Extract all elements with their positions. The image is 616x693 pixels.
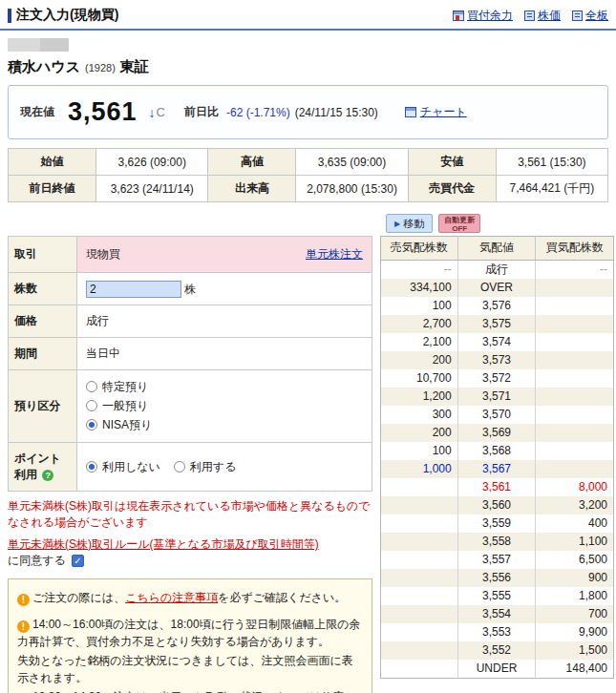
auto-update-toggle-button[interactable]: 自動更新 OFF	[438, 214, 480, 233]
move-button[interactable]: ▶移動	[386, 214, 433, 233]
board-sell-qty-cell: 200	[381, 351, 458, 369]
board-price-cell[interactable]: 3,575	[457, 315, 536, 333]
order-book-row: 1,0003,567	[381, 460, 614, 478]
board-buy-qty-cell: 400	[536, 514, 614, 533]
auto-update-state: OFF	[452, 224, 467, 233]
radio-icon-nisa-selected[interactable]	[86, 419, 97, 430]
order-book-row: 1003,568	[381, 442, 614, 460]
deposit-option-nisa[interactable]: NISA預り	[86, 417, 363, 433]
down-arrow-icon: ↓	[149, 105, 156, 120]
board-price-cell[interactable]: 3,574	[457, 333, 536, 351]
agreement-line: 単元未満株(S株)取引ルール(基準となる市場及び取引時間等)に同意する ✓	[8, 536, 372, 570]
board-buy-qty-cell	[536, 406, 614, 424]
full-board-link[interactable]: 全板	[585, 8, 608, 24]
point-label-line2: 利用	[14, 468, 37, 481]
buying-power-link[interactable]: 買付余力	[467, 8, 513, 24]
main-columns: 取引 現物買 単元株注文 株数 株 価格 成行	[8, 214, 616, 693]
order-book-table: 売気配株数 気配値 買気配株数 --成行--334,100OVER1003,57…	[380, 236, 614, 679]
deposit-type-label: 預り区分	[9, 370, 77, 443]
deposit-option-ippan[interactable]: 一般預り	[86, 398, 363, 414]
change-label: 前日比	[184, 104, 219, 120]
redacted-account-info	[8, 38, 616, 52]
board-price-cell[interactable]: 3,573	[457, 351, 536, 369]
deposit-option-tokutei[interactable]: 特定預り	[86, 379, 363, 395]
board-sell-qty-cell	[381, 533, 458, 551]
change-value: -62 (-1.71%)	[226, 106, 290, 119]
board-price-cell[interactable]: 3,553	[457, 623, 536, 641]
quantity-unit: 株	[184, 283, 196, 296]
board-price-cell[interactable]: 3,554	[457, 605, 536, 623]
prev-close-value: 3,623 (24/11/14)	[96, 176, 208, 202]
move-button-label: 移動	[403, 217, 424, 231]
board-price-cell[interactable]: 3,557	[457, 551, 536, 569]
quote-timestamp: (24/11/15 15:30)	[295, 106, 378, 119]
radio-icon-point-yes[interactable]	[174, 461, 185, 472]
sell-qty-header: 売気配株数	[381, 237, 458, 261]
board-price-cell[interactable]: 3,571	[457, 388, 536, 406]
buying-power-link-group: 買付余力	[453, 8, 513, 24]
order-book-row: 10,7003,572	[381, 369, 614, 388]
radio-icon-ippan[interactable]	[86, 400, 97, 411]
board-buy-qty-cell: 900	[536, 569, 614, 587]
board-price-cell[interactable]: OVER	[457, 279, 536, 297]
quantity-input[interactable]	[86, 281, 181, 298]
current-price-value: 3,561	[68, 97, 138, 127]
odd-lot-order-link[interactable]: 単元株注文	[306, 246, 363, 262]
board-price-cell[interactable]: 3,568	[457, 442, 536, 460]
board-price-cell[interactable]: 3,561	[457, 478, 536, 496]
board-price-cell[interactable]: 3,559	[457, 514, 536, 533]
board-price-cell[interactable]: 3,567	[457, 460, 536, 478]
board-price-cell[interactable]: 3,569	[457, 424, 536, 442]
point-option-no[interactable]: 利用しない	[86, 459, 160, 475]
full-board-link-group: 全板	[572, 8, 608, 24]
quote-price-header: 気配値	[457, 237, 536, 261]
order-book-row: 3,5551,800	[381, 587, 614, 605]
price-type-value: 成行	[77, 305, 372, 338]
trading-rule-link[interactable]: 単元未満株(S株)取引ルール(基準となる市場及び取引時間等)	[8, 536, 319, 553]
board-buy-qty-cell	[536, 369, 614, 388]
board-price-cell[interactable]: 3,560	[457, 496, 536, 514]
deposit-option-label: 特定預り	[102, 380, 148, 393]
order-book-column: ▶移動 自動更新 OFF 売気配株数 気配値 買気配株数 --成行--334,1…	[380, 214, 614, 679]
board-price-cell[interactable]: 成行	[457, 261, 536, 280]
caution-link[interactable]: こちらの注意事項	[125, 591, 218, 604]
chart-link[interactable]: チャート	[420, 104, 467, 120]
board-price-cell[interactable]: 3,558	[457, 533, 536, 551]
board-sell-qty-cell: 200	[381, 424, 458, 442]
board-price-cell[interactable]: 3,552	[457, 641, 536, 660]
point-option-yes[interactable]: 利用する	[174, 459, 237, 475]
quote-box: 現在値 3,561 ↓ C 前日比 -62 (-1.71%) (24/11/15…	[8, 85, 608, 139]
radio-icon-tokutei[interactable]	[86, 381, 97, 392]
point-use-row: ポイント 利用 ? 利用しない 利用する	[9, 443, 372, 492]
board-price-cell[interactable]: 3,572	[457, 369, 536, 388]
board-sell-qty-cell: 100	[381, 297, 458, 315]
board-price-cell[interactable]: 3,576	[457, 297, 536, 315]
period-row: 期間 当日中	[9, 338, 372, 370]
order-book-row: 1,2003,571	[381, 388, 614, 406]
radio-icon-point-no-selected[interactable]	[86, 461, 97, 472]
board-price-cell[interactable]: 3,555	[457, 587, 536, 605]
board-sell-qty-cell: 100	[381, 442, 458, 460]
high-value: 3,635 (09:00)	[296, 149, 408, 176]
board-price-cell[interactable]: UNDER	[457, 660, 536, 679]
title-accent-bar	[8, 9, 11, 23]
board-sell-qty-cell: 1,000	[381, 460, 458, 478]
board-price-cell[interactable]: 3,556	[457, 569, 536, 587]
order-form-column: 取引 現物買 単元株注文 株数 株 価格 成行	[8, 214, 372, 693]
order-book-row: 3,5539,900	[381, 623, 614, 641]
trade-row: 取引 現物買 単元株注文	[9, 237, 372, 273]
order-book-row: --成行--	[381, 261, 614, 280]
notice-item-1: !ご注文の際には、こちらの注意事項を必ずご確認ください。	[17, 589, 363, 606]
stock-price-link[interactable]: 株価	[538, 8, 561, 24]
play-icon: ▶	[394, 220, 400, 228]
board-sell-qty-cell	[381, 660, 458, 679]
board-buy-qty-cell: 8,000	[536, 478, 614, 496]
agree-checkbox-checked[interactable]: ✓	[72, 555, 84, 567]
deposit-option-label: 一般預り	[102, 399, 148, 412]
stock-market: 東証	[120, 58, 149, 76]
board-price-cell[interactable]: 3,570	[457, 406, 536, 424]
board-sell-qty-cell: --	[381, 261, 458, 280]
current-price-label: 現在値	[20, 104, 54, 120]
board-buy-qty-cell: 9,900	[536, 623, 614, 641]
help-icon[interactable]: ?	[42, 470, 53, 481]
